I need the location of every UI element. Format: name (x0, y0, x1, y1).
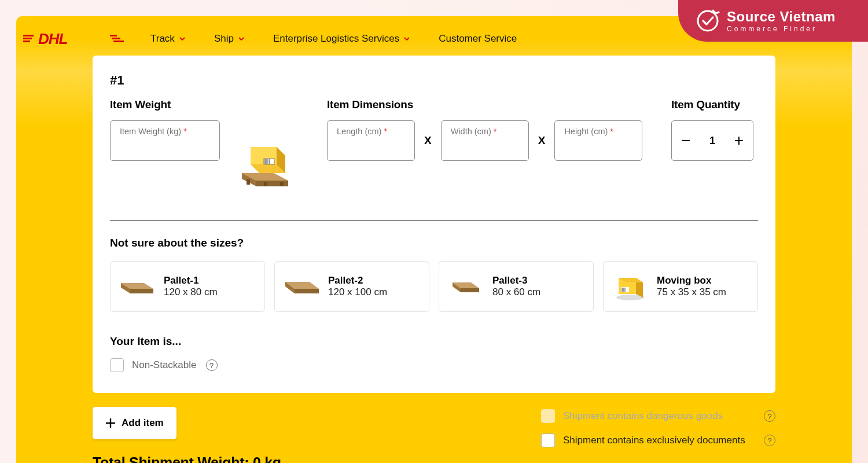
preset-dim: 80 x 60 cm (492, 286, 540, 298)
total-shipment-weight: Total Shipment Weight: 0 kg (93, 454, 281, 463)
quantity-section-label: Item Quantity (671, 98, 758, 111)
item-panel: #1 Item Weight Item Weight (kg) * (93, 56, 775, 393)
documents-only-label: Shipment contains exclusively documents (563, 435, 755, 446)
chevron-down-icon (237, 35, 245, 43)
svg-marker-30 (461, 288, 479, 292)
qty-increment-button[interactable]: + (734, 133, 744, 149)
app-frame: DHL Track Ship Enterprise Logistics Serv… (16, 16, 852, 463)
svg-rect-11 (264, 159, 274, 164)
dimensions-section-label: Item Dimensions (327, 98, 671, 111)
preset-pallet-2[interactable]: Pallet-2 120 x 100 cm (274, 261, 429, 312)
weight-input-wrapper[interactable]: Item Weight (kg) * (110, 120, 220, 161)
pallet-icon (119, 271, 156, 302)
preset-moving-box[interactable]: Moving box 75 x 35 x 35 cm (603, 261, 758, 312)
badge-check-icon (696, 9, 720, 33)
non-stackable-checkbox[interactable] (110, 358, 124, 372)
svg-marker-24 (130, 289, 153, 293)
section-divider (110, 220, 758, 221)
preset-dim: 75 x 35 x 35 cm (657, 286, 726, 298)
badge-subtitle: Commerce Finder (727, 25, 836, 33)
preset-name: Pallet-1 (164, 275, 218, 286)
svg-rect-5 (110, 35, 117, 36)
item-number: #1 (110, 73, 758, 88)
item-is-heading: Your Item is... (110, 335, 758, 348)
add-item-label: Add item (122, 417, 164, 429)
help-icon[interactable]: ? (764, 410, 775, 422)
svg-rect-1 (23, 35, 34, 36)
source-vietnam-badge: Source Vietnam Commerce Finder (678, 0, 868, 42)
weight-input[interactable] (120, 138, 210, 150)
svg-rect-20 (264, 182, 267, 186)
pallet-icon (283, 271, 320, 302)
width-input[interactable] (451, 138, 519, 150)
dim-separator: X (538, 134, 546, 147)
height-input-wrapper[interactable]: Height (cm) * (554, 120, 642, 161)
dhl-logo[interactable]: DHL (23, 31, 127, 47)
dangerous-goods-label: Shipment contains dangerous goods (563, 410, 755, 422)
nav-ship[interactable]: Ship (214, 33, 245, 45)
chevron-down-icon (403, 35, 411, 43)
svg-marker-27 (295, 289, 319, 293)
quantity-stepper: − 1 + (671, 120, 753, 161)
preset-name: Pallet-3 (492, 275, 540, 286)
qty-value: 1 (709, 135, 715, 147)
nav-customer-service[interactable]: Customer Service (439, 33, 517, 45)
svg-rect-7 (113, 41, 124, 42)
svg-text:DHL: DHL (38, 31, 68, 47)
nav-ship-label: Ship (214, 33, 234, 45)
nav-track-label: Track (150, 33, 175, 45)
length-input-wrapper[interactable]: Length (cm) * (327, 120, 415, 161)
nav-cs-label: Customer Service (439, 33, 517, 45)
svg-rect-19 (247, 179, 250, 185)
weight-section-label: Item Weight (110, 98, 327, 111)
weight-input-label: Item Weight (kg) * (120, 127, 210, 136)
badge-title: Source Vietnam (727, 9, 836, 25)
add-item-button[interactable]: Add item (93, 407, 176, 439)
preset-pallet-1[interactable]: Pallet-1 120 x 80 cm (110, 261, 265, 312)
svg-rect-6 (112, 38, 120, 39)
non-stackable-label: Non-Stackable (132, 359, 197, 371)
help-icon[interactable]: ? (206, 359, 218, 371)
width-input-wrapper[interactable]: Width (cm) * (441, 120, 529, 161)
documents-only-checkbox[interactable] (541, 433, 555, 447)
preset-pallet-3[interactable]: Pallet-3 80 x 60 cm (439, 261, 594, 312)
plus-icon (105, 418, 116, 428)
preset-dim: 120 x 80 cm (164, 286, 218, 298)
dangerous-goods-checkbox[interactable] (541, 409, 555, 423)
svg-point-0 (698, 11, 718, 31)
preset-name: Moving box (657, 275, 726, 286)
preset-dim: 120 x 100 cm (328, 286, 387, 298)
dim-separator: X (424, 134, 432, 147)
qty-decrement-button[interactable]: − (681, 133, 690, 149)
preset-name: Pallet-2 (328, 275, 387, 286)
chevron-down-icon (178, 35, 186, 43)
length-input-label: Length (cm) * (337, 127, 405, 136)
size-presets-heading: Not sure about the sizes? (110, 237, 758, 249)
nav-enterprise[interactable]: Enterprise Logistics Services (273, 33, 411, 45)
pallet-icon (447, 271, 484, 302)
width-input-label: Width (cm) * (451, 127, 519, 136)
nav-enterprise-label: Enterprise Logistics Services (273, 33, 399, 45)
height-input[interactable] (564, 138, 632, 150)
svg-rect-21 (280, 182, 284, 186)
svg-rect-2 (23, 38, 32, 39)
height-input-label: Height (cm) * (564, 127, 632, 136)
length-input[interactable] (337, 138, 405, 150)
help-icon[interactable]: ? (764, 435, 775, 446)
box-icon (612, 271, 649, 302)
nav-track[interactable]: Track (150, 33, 186, 45)
pallet-box-illustration (220, 120, 310, 192)
svg-rect-3 (23, 41, 30, 42)
